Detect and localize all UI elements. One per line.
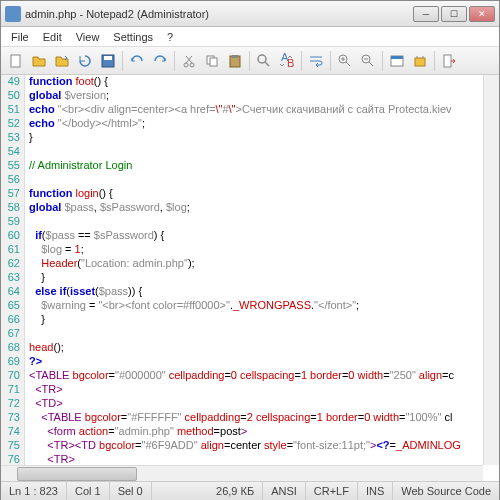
settings-icon[interactable] xyxy=(409,50,431,72)
line-content[interactable]: global $version; xyxy=(25,89,499,103)
code-line[interactable]: 65 $warning = "<br><font color=#ff0000>"… xyxy=(1,299,499,313)
code-line[interactable]: 66 } xyxy=(1,313,499,327)
line-content[interactable]: } xyxy=(25,271,499,285)
code-line[interactable]: 53} xyxy=(1,131,499,145)
line-content[interactable]: } xyxy=(25,131,499,145)
code-line[interactable]: 49function foot() { xyxy=(1,75,499,89)
copy-icon[interactable] xyxy=(201,50,223,72)
svg-rect-8 xyxy=(232,55,238,58)
line-content[interactable]: function foot() { xyxy=(25,75,499,89)
code-line[interactable]: 68head(); xyxy=(1,341,499,355)
code-line[interactable]: 72 <TD> xyxy=(1,397,499,411)
cut-icon[interactable] xyxy=(178,50,200,72)
paste-icon[interactable] xyxy=(224,50,246,72)
maximize-button[interactable]: ☐ xyxy=(441,6,467,22)
code-line[interactable]: 64 else if(isset($pass)) { xyxy=(1,285,499,299)
line-content[interactable]: <form action="admin.php" method=post> xyxy=(25,425,499,439)
line-number: 53 xyxy=(1,131,25,145)
zoomout-icon[interactable] xyxy=(357,50,379,72)
code-line[interactable]: 73 <TABLE bgcolor="#FFFFFF" cellpadding=… xyxy=(1,411,499,425)
line-content[interactable]: <TABLE bgcolor="#FFFFFF" cellpadding=2 c… xyxy=(25,411,499,425)
line-content[interactable] xyxy=(25,145,499,159)
line-content[interactable] xyxy=(25,327,499,341)
code-line[interactable]: 55// Administrator Login xyxy=(1,159,499,173)
line-content[interactable]: if($pass == $sPassword) { xyxy=(25,229,499,243)
line-content[interactable] xyxy=(25,215,499,229)
line-content[interactable]: // Administrator Login xyxy=(25,159,499,173)
code-line[interactable]: 70<TABLE bgcolor="#000000" cellpadding=0… xyxy=(1,369,499,383)
code-line[interactable]: 59 xyxy=(1,215,499,229)
menu-edit[interactable]: Edit xyxy=(37,29,68,45)
menu-file[interactable]: File xyxy=(5,29,35,45)
svg-rect-2 xyxy=(104,56,112,60)
line-number: 54 xyxy=(1,145,25,159)
menu-view[interactable]: View xyxy=(70,29,106,45)
minimize-button[interactable]: ─ xyxy=(413,6,439,22)
line-number: 63 xyxy=(1,271,25,285)
scroll-thumb[interactable] xyxy=(17,467,137,481)
line-number: 71 xyxy=(1,383,25,397)
code-line[interactable]: 54 xyxy=(1,145,499,159)
line-content[interactable]: head(); xyxy=(25,341,499,355)
line-content[interactable]: <TR><TD bgcolor="#6F9ADD" align=center s… xyxy=(25,439,499,453)
code-line[interactable]: 71 <TR> xyxy=(1,383,499,397)
menu-help[interactable]: ? xyxy=(161,29,179,45)
code-line[interactable]: 56 xyxy=(1,173,499,187)
status-selection: Sel 0 xyxy=(110,482,152,500)
line-number: 55 xyxy=(1,159,25,173)
code-line[interactable]: 69?> xyxy=(1,355,499,369)
line-number: 64 xyxy=(1,285,25,299)
line-content[interactable]: global $pass, $sPassword, $log; xyxy=(25,201,499,215)
code-line[interactable]: 61 $log = 1; xyxy=(1,243,499,257)
history-icon[interactable] xyxy=(51,50,73,72)
line-number: 75 xyxy=(1,439,25,453)
code-line[interactable]: 52echo "</body></html>"; xyxy=(1,117,499,131)
horizontal-scrollbar[interactable] xyxy=(1,465,483,481)
editor[interactable]: 49function foot() {50global $version;51e… xyxy=(1,75,499,480)
redo-icon[interactable] xyxy=(149,50,171,72)
code-line[interactable]: 62 Header("Location: admin.php"); xyxy=(1,257,499,271)
line-content[interactable]: <TD> xyxy=(25,397,499,411)
line-number: 56 xyxy=(1,173,25,187)
code-line[interactable]: 60 if($pass == $sPassword) { xyxy=(1,229,499,243)
line-content[interactable]: <TABLE bgcolor="#000000" cellpadding=0 c… xyxy=(25,369,499,383)
line-content[interactable]: } xyxy=(25,313,499,327)
line-content[interactable]: function login() { xyxy=(25,187,499,201)
code-line[interactable]: 51echo "<br><div align=center><a href=\"… xyxy=(1,103,499,117)
line-content[interactable]: <TR> xyxy=(25,383,499,397)
window-title: admin.php - Notepad2 (Administrator) xyxy=(25,8,413,20)
line-content[interactable]: ?> xyxy=(25,355,499,369)
code-line[interactable]: 75 <TR><TD bgcolor="#6F9ADD" align=cente… xyxy=(1,439,499,453)
undo-icon[interactable] xyxy=(126,50,148,72)
line-content[interactable]: else if(isset($pass)) { xyxy=(25,285,499,299)
revert-icon[interactable] xyxy=(74,50,96,72)
replace-icon[interactable]: AB xyxy=(276,50,298,72)
zoomin-icon[interactable] xyxy=(334,50,356,72)
line-content[interactable]: $warning = "<br><font color=#ff0000>"._W… xyxy=(25,299,499,313)
save-icon[interactable] xyxy=(97,50,119,72)
line-content[interactable]: echo "<br><div align=center><a href=\"#\… xyxy=(25,103,499,117)
code-line[interactable]: 57function login() { xyxy=(1,187,499,201)
code-line[interactable]: 67 xyxy=(1,327,499,341)
statusbar: Ln 1 : 823 Col 1 Sel 0 26,9 КБ ANSI CR+L… xyxy=(1,481,499,500)
code-line[interactable]: 63 } xyxy=(1,271,499,285)
wordwrap-icon[interactable] xyxy=(305,50,327,72)
code-line[interactable]: 50global $version; xyxy=(1,89,499,103)
close-button[interactable]: ✕ xyxy=(469,6,495,22)
scheme-icon[interactable] xyxy=(386,50,408,72)
open-icon[interactable] xyxy=(28,50,50,72)
line-content[interactable]: $log = 1; xyxy=(25,243,499,257)
svg-rect-17 xyxy=(444,55,451,67)
code-line[interactable]: 74 <form action="admin.php" method=post> xyxy=(1,425,499,439)
menu-settings[interactable]: Settings xyxy=(107,29,159,45)
vertical-scrollbar[interactable] xyxy=(483,75,499,465)
line-content[interactable]: Header("Location: admin.php"); xyxy=(25,257,499,271)
line-number: 62 xyxy=(1,257,25,271)
exit-icon[interactable] xyxy=(438,50,460,72)
status-filetype: Web Source Code xyxy=(393,482,499,500)
line-content[interactable]: echo "</body></html>"; xyxy=(25,117,499,131)
new-icon[interactable] xyxy=(5,50,27,72)
find-icon[interactable] xyxy=(253,50,275,72)
line-content[interactable] xyxy=(25,173,499,187)
code-line[interactable]: 58global $pass, $sPassword, $log; xyxy=(1,201,499,215)
